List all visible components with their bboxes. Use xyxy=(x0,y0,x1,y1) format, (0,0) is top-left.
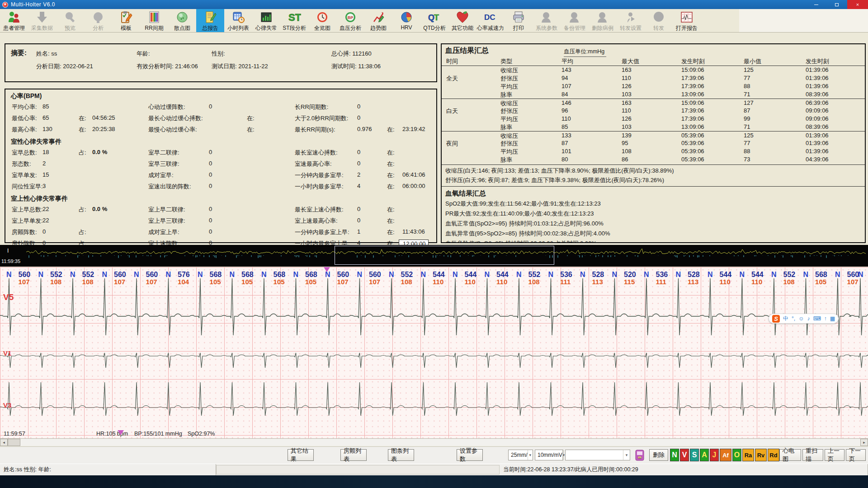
toolbar-item-scatter-plot[interactable]: 散点图 xyxy=(168,9,196,32)
chevron-down-icon: ▾ xyxy=(528,450,533,460)
toolbar-item-arrhythmia[interactable]: 心律失常 xyxy=(252,9,280,32)
action-button-4[interactable]: 设置参数 xyxy=(457,449,483,461)
horizontal-scrollbar[interactable]: ◂ ▸ xyxy=(0,438,868,446)
extra-select[interactable]: ▾ xyxy=(565,450,630,460)
ime-tool-icon[interactable]: 中 xyxy=(783,316,788,321)
toolbar-item-dc[interactable]: DC心率减速力 xyxy=(476,9,505,32)
toolbar-item-print[interactable]: 打印 xyxy=(505,9,533,32)
stat-label: 最高心率: xyxy=(12,126,37,134)
scroll-left-button[interactable]: ◂ xyxy=(0,439,8,446)
toolbar-item-hrv[interactable]: HRV xyxy=(392,9,420,32)
ime-tool-icon[interactable]: °, xyxy=(792,316,795,321)
beat-type-button-a[interactable]: A xyxy=(700,449,709,461)
stat-label: 最长RR间期(s): xyxy=(295,126,335,134)
ime-tool-icon[interactable]: ↑ xyxy=(824,316,827,321)
bp-cell-value: 110 xyxy=(622,75,631,81)
ime-tool-icon[interactable]: ☺ xyxy=(798,316,804,321)
stat-at-label: 在: xyxy=(387,126,395,134)
toolbar-item-backup-manage: 备份管理 xyxy=(561,9,589,32)
prev-page-button[interactable]: 上一页 xyxy=(825,449,844,461)
beat-type-button-n[interactable]: N xyxy=(670,449,679,461)
stat-value: 0 xyxy=(209,160,212,167)
next-page-button[interactable]: 下一页 xyxy=(846,449,866,461)
delete-case-icon xyxy=(596,10,609,24)
ime-toolbar[interactable]: S 中°,☺♪⌨↑▦ xyxy=(769,314,839,324)
beat-type-button-v[interactable]: V xyxy=(680,449,689,461)
sogou-logo-icon[interactable]: S xyxy=(772,315,780,323)
minimize-button[interactable] xyxy=(806,0,826,9)
scroll-right-button[interactable]: ▸ xyxy=(860,439,868,446)
rr-interval-icon xyxy=(147,10,161,24)
beat-type-button-ra[interactable]: Ra xyxy=(742,449,754,461)
bp-cell-value: 平均压 xyxy=(500,83,518,91)
stat-value: 22 xyxy=(42,217,49,224)
svg-text:DC: DC xyxy=(484,13,495,22)
speed-select[interactable]: 25mm/▾ xyxy=(508,450,533,460)
close-button[interactable]: × xyxy=(847,0,868,9)
bp-table-row: 收缩压14616315:09:0612706:39:06 xyxy=(442,99,865,107)
bp-cell-value: 108 xyxy=(622,148,632,155)
maximize-button[interactable] xyxy=(826,0,847,9)
ecg-view-button[interactable]: 心电图 xyxy=(779,449,801,461)
stat-value: 0 xyxy=(42,228,46,235)
ime-tool-icon[interactable]: ♪ xyxy=(807,316,810,321)
ime-tool-icon[interactable]: ⌨ xyxy=(813,316,821,321)
toolbar-item-patient-manage[interactable]: 患者管理 xyxy=(0,9,28,32)
bp-cell-value: 99 xyxy=(744,115,750,122)
bp-cell-value: 88 xyxy=(744,83,750,89)
beat-type-button-rv[interactable]: Rv xyxy=(755,449,767,461)
ecg-paper[interactable]: N560107N552108N552108N560107N560107N5761… xyxy=(0,267,868,438)
preview-icon xyxy=(63,10,77,24)
toolbar-item-bp-analysis[interactable]: BP血压分析 xyxy=(336,9,364,32)
toolbar-item-forward-settings: 转发设置 xyxy=(617,9,645,32)
print-icon xyxy=(512,10,525,24)
bp-column-header: 时间 xyxy=(446,57,458,66)
toolbar-item-other-functions[interactable]: 其它功能 xyxy=(448,9,476,32)
toolbar-item-template[interactable]: 模板 xyxy=(112,9,140,32)
toolbar-item-label: 分析 xyxy=(93,24,104,32)
toolbar-item-hour-list[interactable]: 小时列表 xyxy=(224,9,252,32)
stat-label: 最长心动过缓心搏数: xyxy=(148,114,203,122)
toolbar-item-overview[interactable]: 全览图 xyxy=(308,9,336,32)
beat-type-button-af[interactable]: Af xyxy=(720,449,731,461)
chevron-down-icon: ▾ xyxy=(562,450,565,460)
archive-tool-icon[interactable]: zip xyxy=(633,449,646,461)
bp-notes: 收缩压(白天:146; 夜间:133; 差值:13; 血压下降率:8.90%; … xyxy=(442,164,865,187)
lead-label-v3: V3 xyxy=(3,401,11,409)
stat-value: 0 xyxy=(209,149,212,155)
bp-cell-value: 125 xyxy=(744,132,754,139)
beat-type-button-j[interactable]: J xyxy=(710,449,719,461)
toolbar-item-st-analysis[interactable]: STST段分析 xyxy=(280,9,308,32)
toolbar-item-rr-interval[interactable]: RR间期 xyxy=(140,9,168,32)
gain-select[interactable]: 10mm/mV▾ xyxy=(535,450,563,460)
stat-at-label: 在: xyxy=(79,114,86,122)
delete-button[interactable]: 删除 xyxy=(649,449,668,461)
beat-type-button-o[interactable]: O xyxy=(732,449,741,461)
spo2-result-line: 血氧异常值(95>SpO2>=85) 持续时间:00:02:38;占总时间:4.… xyxy=(442,229,865,239)
svg-text:T: T xyxy=(434,13,439,22)
patient-manage-icon xyxy=(7,10,21,24)
toolbar-item-label: 模板 xyxy=(121,24,132,32)
scrollbar-thumb[interactable] xyxy=(8,439,20,446)
scrollbar-track[interactable] xyxy=(20,439,860,446)
stat-row: 间位性室早:3室速出现的阵数:0一小时内最多室早:4在:06:00:00 xyxy=(5,181,436,192)
overview-icon xyxy=(316,10,329,24)
toolbar-item-qtd-analysis[interactable]: QTQTD分析 xyxy=(420,9,448,32)
forward-icon xyxy=(652,10,665,24)
ime-tool-icon[interactable]: ▦ xyxy=(830,316,835,321)
beat-type-button-s[interactable]: S xyxy=(690,449,699,461)
stat-row: 室早单发:15成对室早:0一分钟内最多室早:2在:06:41:06 xyxy=(5,169,436,181)
status-patient-info: 姓名:ss 性别: 年龄: xyxy=(0,464,216,475)
toolbar-item-label: 系统参数 xyxy=(536,24,557,32)
beat-type-button-rd[interactable]: Rd xyxy=(768,449,779,461)
action-button-2[interactable]: 房颤列表 xyxy=(340,449,367,461)
bp-table-row: 脉率8510313:09:067108:39:06 xyxy=(442,123,865,131)
action-button-3[interactable]: 图条列表 xyxy=(388,449,414,461)
bp-cell-value: 86 xyxy=(622,156,628,163)
toolbar-item-open-report[interactable]: 打开报告 xyxy=(673,9,701,32)
trend-selection-box[interactable] xyxy=(335,246,554,265)
action-button-1[interactable]: 其它结果 xyxy=(288,449,314,461)
toolbar-item-trend-chart[interactable]: 趋势图 xyxy=(364,9,392,32)
rescan-button[interactable]: 重扫描 xyxy=(802,449,823,461)
toolbar-item-total-report[interactable]: 总报告 xyxy=(196,9,224,32)
